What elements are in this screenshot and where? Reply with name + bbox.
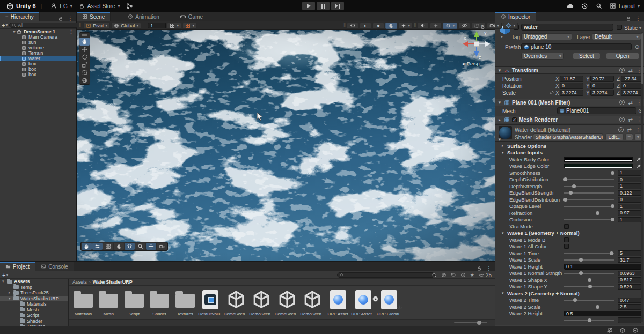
cloud-icon[interactable] — [566, 2, 574, 10]
renderer-checkbox[interactable]: ✓ — [512, 117, 517, 122]
version-control-button[interactable] — [126, 3, 133, 10]
package-icon[interactable] — [441, 272, 447, 278]
presets-icon[interactable]: ⇄ — [628, 117, 633, 123]
scale-x-field[interactable]: 3.2274 — [560, 90, 583, 96]
property-slider[interactable] — [564, 197, 614, 202]
scene-viewport[interactable] — [77, 30, 495, 261]
project-tree-item[interactable]: Script — [0, 313, 68, 318]
hidden-count-toggle[interactable]: 25 — [479, 272, 492, 278]
scale-y-field[interactable]: 3.2274 — [590, 90, 614, 96]
property-value-field[interactable]: 0.0963 — [618, 271, 641, 277]
hierarchy-item[interactable]: box ⋮ — [0, 66, 76, 72]
rotate-tool-button[interactable] — [79, 53, 90, 61]
kebab-menu-icon[interactable]: ⋮ — [486, 265, 492, 271]
tag-dropdown[interactable]: Untagged▾ — [521, 33, 572, 40]
rotation-y-field[interactable]: 0 — [590, 83, 614, 89]
move-button[interactable] — [146, 243, 156, 250]
project-tree-item[interactable]: ▾ WaterShaderURP — [0, 296, 68, 302]
property-slider[interactable] — [564, 204, 614, 209]
static-dropdown-caret[interactable]: ▾ — [639, 26, 641, 31]
property-value-field[interactable]: 0 — [618, 197, 641, 203]
create-asset-button[interactable]: +▾ — [2, 272, 8, 278]
skybox-button[interactable] — [114, 243, 124, 250]
grid-toggle-button[interactable] — [103, 243, 113, 250]
foldout-arrow[interactable]: ▼ — [497, 100, 502, 105]
property-value-field[interactable]: 0.122 — [618, 190, 641, 196]
property-slider[interactable] — [564, 250, 614, 256]
property-value-field[interactable]: 0.517 — [618, 277, 641, 283]
property-wide-field[interactable]: 0.5 — [564, 311, 641, 317]
snap-increment-dropdown[interactable]: ▾ — [167, 23, 181, 29]
icon-size-slider[interactable] — [454, 322, 487, 323]
rotation-z-field[interactable]: 0 — [621, 83, 642, 89]
tab-scene[interactable]: Scene — [77, 12, 111, 21]
tab-hierarchy[interactable]: ≡ Hierarchy — [0, 12, 40, 21]
kebab-menu-icon[interactable]: ⋮ — [68, 16, 73, 21]
open-button[interactable]: Open — [606, 53, 639, 60]
foldout-arrow[interactable]: ▾ — [502, 231, 507, 235]
kebab-menu-icon[interactable]: ⋮ — [69, 29, 76, 34]
hierarchy-item[interactable]: box ⋮ — [0, 61, 76, 66]
scale-tool-button[interactable] — [79, 61, 90, 69]
kebab-menu-icon[interactable]: ⋮ — [635, 16, 641, 21]
property-value-field[interactable]: 1 — [618, 170, 641, 176]
help-icon[interactable]: ? — [619, 100, 625, 105]
property-value-field[interactable]: 0.47 — [618, 298, 641, 303]
project-tree-item[interactable]: Shader — [0, 318, 68, 324]
transform-tool-button[interactable] — [79, 77, 90, 85]
shader-dropdown[interactable]: Shader Graphs/WaterShaderURP▾ — [533, 133, 603, 140]
pivot-dropdown[interactable]: Pivot▾ — [83, 23, 110, 29]
shader-edit-button[interactable]: Edit... — [605, 133, 624, 140]
property-slider[interactable] — [564, 271, 614, 276]
position-z-field[interactable]: -27.34 — [621, 76, 642, 82]
property-slider[interactable] — [564, 277, 614, 283]
info-icon[interactable] — [460, 272, 466, 278]
project-tree-item[interactable]: ▾ Assets — [0, 279, 68, 285]
property-value-field[interactable]: 1 — [618, 183, 641, 189]
rect-tool-button[interactable] — [79, 69, 90, 77]
camera-button[interactable] — [157, 243, 167, 250]
property-slider[interactable] — [564, 190, 614, 196]
select-button[interactable]: Select — [573, 53, 601, 60]
foldout-arrow[interactable]: ▼ — [497, 68, 502, 73]
target-icon[interactable]: ⊙ — [635, 44, 639, 50]
project-search[interactable] — [337, 272, 435, 278]
position-y-field[interactable]: 29.72 — [590, 76, 614, 82]
hierarchy-search[interactable] — [9, 23, 80, 28]
zoom-button[interactable] — [135, 243, 145, 250]
property-value-field[interactable]: 2.5 — [618, 304, 641, 310]
property-value-field[interactable]: 0.97 — [618, 210, 641, 216]
property-slider[interactable] — [564, 183, 614, 189]
prefab-field[interactable]: plane 10 — [521, 43, 632, 50]
flare-toggle-button[interactable] — [430, 23, 442, 29]
property-slider[interactable] — [564, 304, 614, 309]
property-value-field[interactable]: 31.7 — [618, 257, 641, 263]
draw-mode-button[interactable] — [347, 23, 358, 29]
render-mode-button[interactable]: ● — [372, 23, 384, 29]
tab-inspector[interactable]: Inspector — [495, 12, 536, 21]
gizmos-dropdown[interactable]: ▾ — [503, 23, 518, 29]
breadcrumb-root[interactable]: Assets — [72, 279, 87, 285]
expand-arrow[interactable]: ▾ — [9, 296, 13, 301]
hierarchy-item[interactable]: sun ⋮ — [0, 40, 76, 45]
notifications-muted-icon[interactable] — [606, 327, 613, 333]
presets-icon[interactable]: ⇄ — [628, 100, 633, 106]
property-wide-field[interactable]: 0.1 — [564, 264, 641, 270]
icon-dropdown-caret[interactable]: ▾ — [501, 34, 503, 39]
skybox-toggle-button[interactable] — [385, 23, 397, 29]
foldout-arrow[interactable]: ▾ — [502, 151, 507, 155]
layer-dropdown[interactable]: Default▾ — [592, 33, 641, 40]
hierarchy-search-input[interactable] — [18, 23, 77, 28]
lock-icon[interactable] — [626, 16, 631, 21]
presets-icon[interactable]: ⇄ — [628, 68, 633, 73]
property-checkbox[interactable] — [564, 237, 569, 242]
account-menu[interactable]: EG ▾ — [50, 3, 72, 9]
presets-icon[interactable]: ⇄ — [627, 127, 632, 133]
property-value-field[interactable]: 5 — [618, 250, 641, 256]
property-slider[interactable] — [564, 284, 614, 290]
project-tree-item[interactable]: Temp — [0, 285, 68, 291]
foldout-arrow[interactable]: ▸ — [497, 117, 502, 122]
material-foldout-arrow[interactable]: ▼ — [497, 137, 502, 142]
help-icon[interactable]: ? — [618, 127, 624, 132]
status-check-icon[interactable] — [632, 327, 639, 333]
